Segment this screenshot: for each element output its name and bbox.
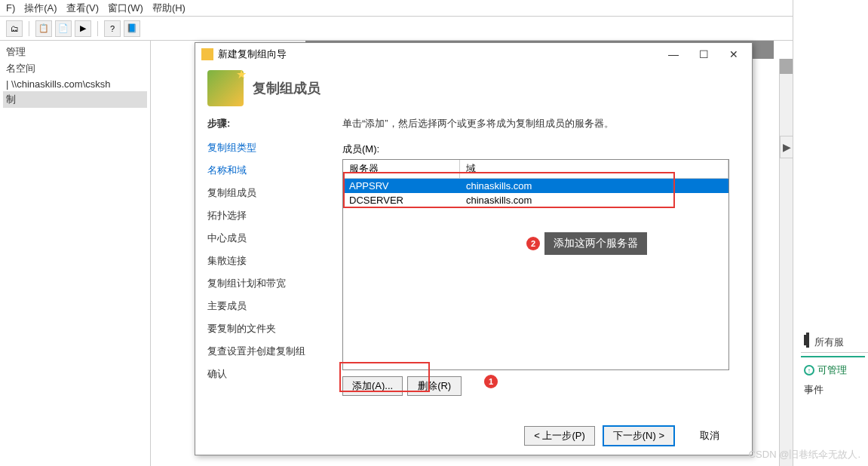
wizard-folder-icon bbox=[201, 48, 213, 60]
instruction-text: 单击“添加”，然后选择两个或更多将成为复制组成员的服务器。 bbox=[342, 117, 729, 130]
close-button[interactable]: ✕ bbox=[719, 45, 749, 63]
wizard-dialog: 新建复制组向导 — ☐ ✕ 复制组成员 步骤: 复制组类型 名称和域 复制组成员… bbox=[195, 42, 753, 455]
annotation-2-label: 添加这两个服务器 bbox=[544, 232, 647, 255]
menu-help[interactable]: 帮助(H) bbox=[152, 2, 186, 15]
menu-file[interactable]: F) bbox=[6, 2, 15, 14]
menu-view[interactable]: 查看(V) bbox=[66, 2, 99, 15]
step-hub[interactable]: 中心成员 bbox=[207, 227, 323, 250]
wizard-body: 步骤: 复制组类型 名称和域 复制组成员 拓扑选择 中心成员 集散连接 复制组计… bbox=[195, 111, 752, 417]
servers-icon bbox=[804, 335, 807, 345]
menu-action[interactable]: 操作(A) bbox=[24, 2, 57, 15]
wizard-header: 复制组成员 bbox=[195, 66, 752, 111]
events-item[interactable]: 事件 bbox=[801, 380, 868, 400]
toolbar-btn-6[interactable]: 📘 bbox=[124, 20, 140, 37]
scroll-thumb[interactable] bbox=[780, 59, 793, 74]
annotation-badge-1: 1 bbox=[484, 375, 498, 388]
step-primary[interactable]: 主要成员 bbox=[207, 295, 323, 317]
tree-namespace[interactable]: 名空间 bbox=[3, 60, 147, 77]
toolbar-help-icon[interactable]: ? bbox=[104, 20, 121, 37]
maximize-button[interactable]: ☐ bbox=[689, 45, 719, 63]
vertical-scrollbar[interactable] bbox=[779, 59, 793, 466]
cell-server: APPSRV bbox=[343, 179, 460, 193]
tree-path[interactable]: | \\chinaskills.com\csksh bbox=[3, 77, 147, 91]
step-review[interactable]: 复查设置并创建复制组 bbox=[207, 340, 323, 363]
toolbar-btn-3[interactable]: 📄 bbox=[55, 20, 72, 37]
wizard-footer: < 上一步(P) 下一步(N) > 取消 bbox=[195, 417, 752, 455]
next-button[interactable]: 下一步(N) > bbox=[603, 425, 675, 446]
previous-button[interactable]: < 上一步(P) bbox=[524, 426, 595, 446]
cancel-button[interactable]: 取消 bbox=[682, 427, 737, 445]
wizard-content: 单击“添加”，然后选择两个或更多将成为复制组成员的服务器。 成员(M): 服务器… bbox=[335, 111, 752, 417]
wizard-titlebar: 新建复制组向导 — ☐ ✕ bbox=[195, 43, 752, 66]
separator bbox=[29, 21, 29, 36]
cell-domain: chinaskills.com bbox=[460, 179, 728, 193]
minimize-button[interactable]: — bbox=[658, 45, 689, 63]
add-button[interactable]: 添加(A)... bbox=[342, 376, 403, 396]
col-domain[interactable]: 域 bbox=[460, 160, 728, 178]
wizard-steps-panel: 步骤: 复制组类型 名称和域 复制组成员 拓扑选择 中心成员 集散连接 复制组计… bbox=[195, 111, 335, 417]
toolbar-btn-4[interactable]: ▶ bbox=[75, 20, 91, 37]
check-circle-icon: ↑ bbox=[804, 365, 814, 376]
col-server[interactable]: 服务器 bbox=[343, 160, 460, 178]
menubar: F) 操作(A) 查看(V) 窗口(W) 帮助(H) bbox=[0, 0, 868, 17]
left-tree-panel: 管理 名空间 | \\chinaskills.com\csksh 制 bbox=[0, 41, 151, 466]
table-row[interactable]: DCSERVER chinaskills.com bbox=[343, 193, 728, 207]
step-folders[interactable]: 要复制的文件夹 bbox=[207, 317, 323, 340]
annotation-2-wrap: 2 添加这两个服务器 bbox=[526, 232, 647, 255]
step-topology[interactable]: 拓扑选择 bbox=[207, 204, 323, 227]
table-row[interactable]: APPSRV chinaskills.com bbox=[343, 179, 728, 193]
toolbar: 🗂 📋 📄 ▶ ? 📘 bbox=[0, 17, 868, 41]
toolbar-btn-2[interactable]: 📋 bbox=[35, 20, 52, 37]
cell-domain: chinaskills.com bbox=[460, 193, 728, 207]
right-sidebar: ▶ 所有服 ↑ 可管理 事件 bbox=[793, 0, 868, 466]
wizard-title: 新建复制组向导 bbox=[218, 48, 658, 61]
step-members[interactable]: 复制组成员 bbox=[207, 182, 323, 204]
step-confirm[interactable]: 确认 bbox=[207, 363, 323, 385]
toolbar-btn-1[interactable]: 🗂 bbox=[6, 20, 23, 37]
table-header: 服务器 域 bbox=[343, 160, 728, 179]
step-name-domain[interactable]: 名称和域 bbox=[207, 159, 323, 182]
step-schedule[interactable]: 复制组计划和带宽 bbox=[207, 272, 323, 295]
steps-label: 步骤: bbox=[207, 117, 323, 130]
members-label: 成员(M): bbox=[342, 143, 729, 156]
tree-control[interactable]: 制 bbox=[3, 91, 147, 108]
separator bbox=[97, 21, 98, 36]
replication-group-icon bbox=[207, 70, 244, 106]
menu-window[interactable]: 窗口(W) bbox=[108, 2, 143, 15]
step-spoke[interactable]: 集散连接 bbox=[207, 250, 323, 272]
manageable-item[interactable]: ↑ 可管理 bbox=[801, 360, 868, 380]
expand-arrow-icon[interactable]: ▶ bbox=[780, 136, 793, 158]
all-servers-header: 所有服 bbox=[801, 332, 868, 353]
button-row: 添加(A)... 删除(R) bbox=[342, 376, 729, 396]
annotation-badge-2: 2 bbox=[526, 237, 540, 250]
members-table[interactable]: 服务器 域 APPSRV chinaskills.com DCSERVER ch… bbox=[342, 159, 729, 370]
remove-button[interactable]: 删除(R) bbox=[407, 376, 462, 396]
wizard-page-title: 复制组成员 bbox=[253, 79, 321, 97]
step-type[interactable]: 复制组类型 bbox=[207, 136, 323, 159]
watermark: CSDN @旧巷纸伞无故人. bbox=[749, 448, 860, 461]
tree-management[interactable]: 管理 bbox=[3, 44, 147, 60]
cell-server: DCSERVER bbox=[343, 193, 460, 207]
divider bbox=[801, 356, 865, 357]
